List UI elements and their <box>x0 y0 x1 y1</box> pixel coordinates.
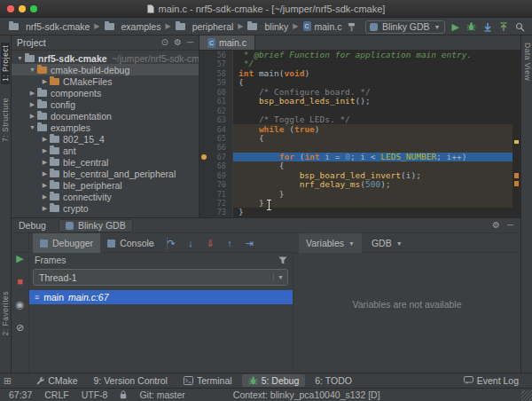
gear-icon[interactable]: ⚙ <box>492 221 500 230</box>
vcs-update-button[interactable] <box>483 22 492 32</box>
tool-button-data-view[interactable]: Data View <box>523 43 532 81</box>
error-stripe[interactable] <box>512 51 520 217</box>
tool-window-button-event-log[interactable]: Event Log <box>458 374 525 387</box>
chevron-right-icon[interactable]: ▶ <box>27 90 37 97</box>
gutter-line-57[interactable]: 57 <box>200 59 232 68</box>
tree-item-config[interactable]: ▶config <box>12 98 199 110</box>
tree-item-ble_central[interactable]: ▶ble_central <box>12 156 199 168</box>
run-button[interactable]: ▶ <box>452 22 459 32</box>
chevron-right-icon[interactable]: ▶ <box>40 136 50 143</box>
stop-button[interactable]: ■ <box>17 276 23 287</box>
tree-item-connectivity[interactable]: ▶connectivity <box>12 191 199 202</box>
tree-item-examples[interactable]: ▼examples <box>12 122 199 133</box>
tree-item-CMakeFiles[interactable]: ▶CMakeFiles <box>12 75 199 87</box>
tree-item-nrf5-sdk-cmake[interactable]: ▼nrf5-sdk-cmake~/jumper/nrf5-sdk-cmake <box>12 52 199 64</box>
gutter-line-61[interactable]: 61 <box>200 97 232 106</box>
tree-item-ble_central_and_peripheral[interactable]: ▶ble_central_and_peripheral <box>12 168 199 179</box>
tool-window-button-9-version-control[interactable]: 9: Version Control <box>87 374 173 387</box>
step-over-button[interactable]: ↷ <box>164 236 178 250</box>
editor-tab-main-c[interactable]: C main.c <box>200 35 255 50</box>
resolve-context-widget[interactable]: Context: blinky_pca10040_s132 [D] <box>233 389 380 400</box>
lock-icon[interactable] <box>120 390 127 399</box>
code-line-72[interactable]: } <box>239 199 512 208</box>
tree-item-cmake-build-debug[interactable]: ▼cmake-build-debug <box>12 64 199 75</box>
gutter-line-64[interactable]: 64 <box>200 125 232 134</box>
gutter-line-63[interactable]: 63 <box>200 115 232 124</box>
debug-tab-debugger[interactable]: Debugger <box>33 233 100 253</box>
chevron-right-icon[interactable]: ▶ <box>27 113 37 120</box>
tool-window-button-6-todo[interactable]: 6: TODO <box>309 374 358 387</box>
chevron-right-icon[interactable]: ▶ <box>40 147 50 154</box>
gutter-line-62[interactable]: 62 <box>200 106 232 115</box>
editor-body[interactable]: 565758596061626364656667686970717273 * @… <box>200 51 520 217</box>
gutter-line-60[interactable]: 60 <box>200 88 232 97</box>
caret-position[interactable]: 67:37 <box>9 389 32 400</box>
stripe-mark[interactable] <box>514 173 519 178</box>
chevron-down-icon[interactable]: ▼ <box>27 124 37 130</box>
frame-row[interactable]: ≡mainmain.c:67 <box>29 290 293 304</box>
tree-item-ant[interactable]: ▶ant <box>12 145 199 156</box>
tree-item-802_15_4[interactable]: ▶802_15_4 <box>12 133 199 145</box>
breadcrumb-item-peripheral[interactable]: peripheral <box>174 21 236 32</box>
breadcrumb-item-nrf5-sdk-cmake[interactable]: nrf5-sdk-cmake <box>7 21 91 32</box>
tool-window-button-cmake[interactable]: CMake <box>29 374 83 387</box>
gutter-line-56[interactable]: 56 <box>200 51 232 59</box>
code-line-58[interactable]: int main(void) <box>239 69 512 78</box>
chevron-right-icon[interactable]: ▶ <box>40 159 50 166</box>
code-line-65[interactable]: { <box>239 134 512 143</box>
code-line-73[interactable]: } <box>239 208 512 216</box>
gutter-line-68[interactable]: 68 <box>200 161 232 170</box>
gutter-line-65[interactable]: 65 <box>200 134 232 143</box>
gutter-line-59[interactable]: 59 <box>200 78 232 87</box>
tree-item-documentation[interactable]: ▶documentation <box>12 110 199 122</box>
force-step-into-button[interactable]: ⇓ <box>203 236 217 250</box>
chevron-right-icon[interactable]: ▶ <box>27 101 37 108</box>
chevron-right-icon[interactable]: ▶ <box>40 170 50 177</box>
chevron-right-icon[interactable]: ▶ <box>40 182 50 189</box>
line-ending-indicator[interactable]: CRLF <box>44 389 68 400</box>
code-line-61[interactable]: bsp_board_leds_init(); <box>239 97 512 106</box>
editor-gutter[interactable]: 565758596061626364656667686970717273 <box>200 51 233 217</box>
hide-panel-icon[interactable]: ─ <box>507 221 513 230</box>
tool-button-structure[interactable]: 7: Structure <box>1 98 10 142</box>
breadcrumb-item-main.c[interactable]: Cmain.c <box>301 21 344 32</box>
stripe-mark[interactable] <box>514 181 519 186</box>
tab-gdb[interactable]: GDB▼ <box>364 233 410 253</box>
tool-window-button-terminal[interactable]: Terminal <box>177 374 239 387</box>
gutter-line-69[interactable]: 69 <box>200 171 232 180</box>
show-execution-point-button[interactable]: → <box>145 236 159 250</box>
search-everywhere-icon[interactable] <box>515 22 525 32</box>
chevron-down-icon[interactable]: ▼ <box>15 55 25 61</box>
gear-icon[interactable]: ⚙ <box>174 38 182 47</box>
locate-file-icon[interactable]: ⊙ <box>161 38 168 47</box>
tree-item-crypto[interactable]: ▶crypto <box>12 202 199 214</box>
chevron-right-icon[interactable]: ▶ <box>40 78 50 85</box>
debug-session-tab[interactable]: Blinky GDB <box>59 219 133 232</box>
gutter-line-67[interactable]: 67 <box>200 153 232 161</box>
hide-panel-icon[interactable]: ─ <box>187 38 193 47</box>
vcs-commit-button[interactable] <box>499 22 508 32</box>
git-branch-widget[interactable]: Git: master <box>139 389 184 400</box>
step-into-button[interactable]: ↓ <box>184 236 198 250</box>
encoding-indicator[interactable]: UTF-8 <box>82 389 108 400</box>
breadcrumb-item-examples[interactable]: examples <box>103 21 163 32</box>
stripe-mark[interactable] <box>514 140 519 144</box>
step-out-button[interactable]: ↑ <box>223 236 237 250</box>
gutter-line-71[interactable]: 71 <box>200 190 232 199</box>
run-configuration-select[interactable]: Blinky GDB ▼ <box>365 20 445 34</box>
tool-window-button-5-debug[interactable]: 5: Debug <box>242 374 306 387</box>
chevron-right-icon[interactable]: ▶ <box>40 205 50 212</box>
breadcrumb-item-blinky[interactable]: blinky <box>246 21 290 32</box>
gutter-line-70[interactable]: 70 <box>200 180 232 189</box>
code-area[interactable]: * @brief Function for application main e… <box>233 51 512 217</box>
gutter-line-66[interactable]: 66 <box>200 143 232 152</box>
thread-select[interactable]: Thread-1 ▼ <box>33 269 288 286</box>
chevron-down-icon[interactable]: ▼ <box>27 67 37 73</box>
tool-button-project[interactable]: 1: Project <box>1 43 10 84</box>
chevron-right-icon[interactable]: ▶ <box>40 193 50 200</box>
filter-funnel-icon[interactable] <box>278 256 287 264</box>
code-line-64[interactable]: while (true) <box>239 125 512 134</box>
tool-window-switcher-icon[interactable]: ⊞ <box>4 375 12 387</box>
resume-button[interactable]: ▶ <box>16 253 23 263</box>
debug-button[interactable] <box>466 22 476 31</box>
